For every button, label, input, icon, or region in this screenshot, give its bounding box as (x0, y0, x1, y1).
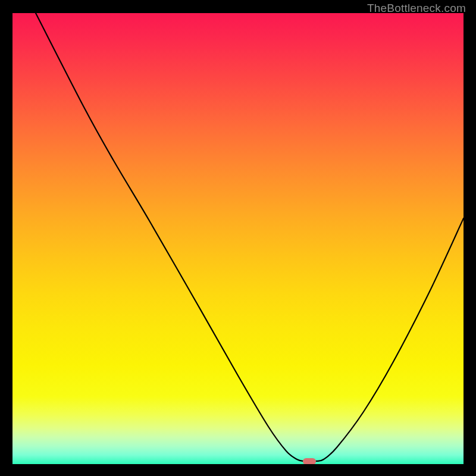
bottleneck-curve (12, 13, 464, 464)
plot-area (12, 13, 464, 464)
watermark-text: TheBottleneck.com (367, 2, 466, 15)
optimal-marker (303, 458, 316, 465)
chart-frame: TheBottleneck.com (0, 0, 476, 476)
